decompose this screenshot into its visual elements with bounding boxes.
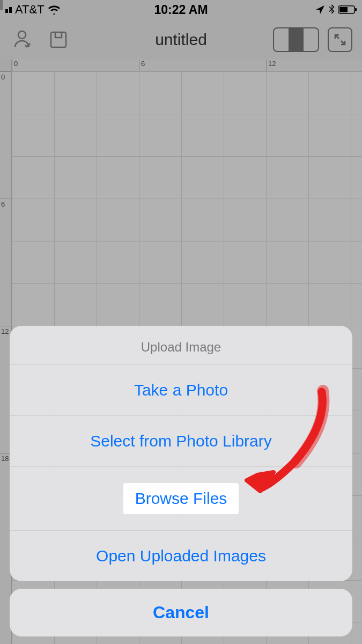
cancel-button[interactable]: Cancel bbox=[10, 589, 352, 636]
cancel-label: Cancel bbox=[153, 603, 209, 622]
action-sheet-main: Upload Image Take a Photo Select from Ph… bbox=[10, 326, 352, 581]
option-label: Open Uploaded Images bbox=[96, 547, 266, 565]
option-take-photo[interactable]: Take a Photo bbox=[10, 364, 352, 415]
action-sheet: Upload Image Take a Photo Select from Ph… bbox=[10, 326, 352, 636]
option-label: Select from Photo Library bbox=[90, 432, 271, 450]
sheet-title: Upload Image bbox=[10, 326, 352, 364]
option-label: Browse Files bbox=[123, 483, 239, 514]
option-browse-files[interactable]: Browse Files bbox=[10, 466, 352, 530]
option-label: Take a Photo bbox=[134, 381, 228, 399]
option-select-library[interactable]: Select from Photo Library bbox=[10, 415, 352, 466]
option-open-uploaded[interactable]: Open Uploaded Images bbox=[10, 530, 352, 581]
screen: AT&T 10:22 AM bbox=[0, 0, 362, 644]
